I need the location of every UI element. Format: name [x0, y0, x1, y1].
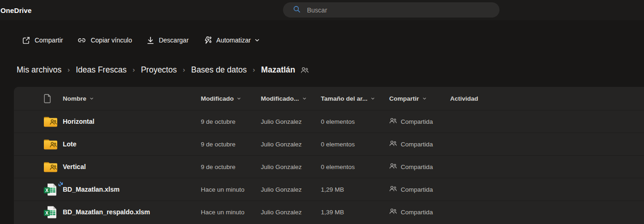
breadcrumb-separator: ›: [183, 66, 185, 73]
modified-date: 9 de octubre: [201, 118, 261, 125]
shared-folder-icon: [43, 139, 63, 150]
table-row-horizontal[interactable]: Horizontal 9 de octubre Julio Gonzalez 0…: [14, 110, 644, 133]
column-header-size[interactable]: Tamaño del ar...: [321, 95, 389, 102]
breadcrumb-item-mis-archivos[interactable]: Mis archivos: [17, 65, 61, 75]
breadcrumb-item-ideas-frescas[interactable]: Ideas Frescas: [76, 65, 126, 75]
file-name[interactable]: BD_Mazatlan_respaldo.xlsm: [63, 208, 201, 216]
folder-shared-people-icon[interactable]: [301, 66, 309, 74]
breadcrumb-separator: ›: [67, 66, 70, 73]
column-header-activity[interactable]: Actividad: [450, 95, 644, 102]
breadcrumb-separator: ›: [253, 66, 255, 73]
copy-link-label: Copiar vínculo: [90, 36, 132, 44]
search-icon: [293, 5, 301, 15]
sharing-status[interactable]: Compartida: [389, 207, 450, 217]
table-row-bd-mazatlan-respaldo[interactable]: X BD_Mazatlan_respaldo.xlsm Hace un minu…: [14, 200, 644, 223]
table-row-bd-mazatlan[interactable]: X BD_Mazatlan.xlsm Hace un minuto Julio …: [14, 178, 644, 200]
excel-file-icon: X: [43, 206, 63, 219]
svg-text:X: X: [45, 210, 48, 215]
activity-cell: [450, 212, 644, 212]
sharing-status[interactable]: Compartida: [389, 185, 450, 194]
people-icon: [389, 207, 397, 217]
column-header-sharing[interactable]: Compartir: [389, 95, 450, 102]
chevron-down-icon: [371, 97, 375, 101]
share-icon: [22, 36, 30, 45]
recently-moved-icon: [58, 180, 65, 188]
share-button[interactable]: Compartir: [21, 35, 64, 46]
command-bar: Compartir Copiar vínculo Descargar: [21, 34, 261, 46]
people-icon: [389, 185, 397, 194]
top-app-bar: OneDrive: [0, 0, 644, 20]
modified-date: 9 de octubre: [201, 141, 261, 148]
shared-folder-icon: [43, 116, 63, 127]
share-label: Compartir: [35, 36, 63, 44]
column-header-modified-by[interactable]: Modificado...: [261, 95, 321, 102]
activity-cell: [450, 144, 644, 145]
file-name[interactable]: BD_Mazatlan.xlsm: [63, 186, 201, 193]
activity-cell: [450, 121, 644, 122]
breadcrumb-item-bases-de-datos[interactable]: Bases de datos: [191, 65, 247, 75]
chevron-down-icon: [237, 97, 241, 101]
chevron-down-icon: [90, 97, 94, 101]
download-label: Descargar: [159, 36, 189, 44]
modified-by: Julio Gonzalez: [261, 163, 321, 170]
breadcrumb-item-proyectos[interactable]: Proyectos: [141, 65, 177, 75]
item-size: 1,39 MB: [321, 209, 389, 216]
item-size: 0 elementos: [321, 163, 389, 170]
modified-date: Hace un minuto: [201, 186, 261, 193]
breadcrumb-item-current-mazatlan[interactable]: Mazatlán: [261, 65, 295, 75]
people-icon: [389, 117, 397, 126]
automate-button[interactable]: Automatizar: [202, 34, 261, 46]
svg-text:X: X: [45, 187, 48, 193]
people-icon: [389, 162, 397, 171]
activity-cell: [450, 167, 644, 167]
chevron-down-icon: [302, 97, 307, 101]
download-button[interactable]: Descargar: [145, 35, 190, 46]
automate-label: Automatizar: [217, 36, 251, 44]
chevron-down-icon: [422, 97, 427, 101]
modified-by: Julio Gonzalez: [261, 209, 321, 216]
item-size: 0 elementos: [321, 141, 389, 148]
onedrive-page: { "app": { "name": "OneDrive" }, "topbar…: [0, 0, 644, 224]
file-list-pane: Nombre Modificado Modificado... Tamaño d…: [14, 87, 644, 224]
breadcrumb-separator: ›: [132, 66, 135, 73]
table-row-lote[interactable]: Lote 9 de octubre Julio Gonzalez 0 eleme…: [14, 133, 644, 155]
search-input[interactable]: [307, 6, 473, 14]
link-icon: [77, 36, 86, 45]
search-box[interactable]: [283, 2, 500, 18]
breadcrumb: Mis archivos › Ideas Frescas › Proyectos…: [17, 65, 309, 75]
people-icon: [389, 139, 397, 149]
file-name[interactable]: Lote: [63, 140, 201, 148]
file-name[interactable]: Vertical: [63, 163, 201, 170]
download-icon: [146, 36, 155, 45]
modified-date: Hace un minuto: [201, 209, 261, 216]
app-title[interactable]: OneDrive: [0, 6, 32, 14]
table-row-vertical[interactable]: Vertical 9 de octubre Julio Gonzalez 0 e…: [14, 155, 644, 178]
modified-by: Julio Gonzalez: [261, 141, 321, 148]
modified-by: Julio Gonzalez: [261, 118, 321, 125]
automate-flow-icon: [203, 36, 212, 45]
table-header-row: Nombre Modificado Modificado... Tamaño d…: [14, 87, 644, 110]
sharing-status[interactable]: Compartida: [389, 162, 450, 171]
item-size: 0 elementos: [321, 118, 389, 125]
column-header-name[interactable]: Nombre: [63, 95, 201, 102]
activity-cell: [450, 189, 644, 190]
sharing-status[interactable]: Compartida: [389, 139, 450, 149]
sharing-status[interactable]: Compartida: [389, 117, 450, 126]
item-size: 1,29 MB: [321, 186, 389, 193]
modified-by: Julio Gonzalez: [261, 186, 321, 193]
shared-folder-icon: [43, 161, 63, 173]
file-type-column-icon[interactable]: [43, 94, 63, 103]
copy-link-button[interactable]: Copiar vínculo: [76, 34, 133, 46]
file-name[interactable]: Horizontal: [63, 118, 201, 125]
chevron-down-icon: [254, 37, 260, 43]
column-header-modified[interactable]: Modificado: [201, 95, 261, 102]
modified-date: 9 de octubre: [201, 163, 261, 170]
